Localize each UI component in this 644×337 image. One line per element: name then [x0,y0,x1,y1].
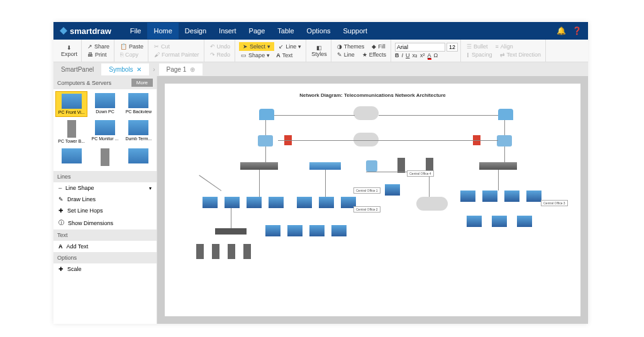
menu-page[interactable]: Page [243,23,272,39]
text-direction-button[interactable]: ⇄ Text Direction [498,51,543,58]
node-pc[interactable] [203,197,218,208]
node-comm-hub-right[interactable] [498,109,513,120]
line-tool[interactable]: ↙ Line ▾ [277,42,303,51]
node-switch-mid[interactable] [309,162,341,170]
node-pc[interactable] [460,191,475,202]
node-server[interactable] [228,244,235,259]
themes-button[interactable]: ◑ Themes [335,43,367,50]
node-pc[interactable] [297,197,312,208]
tab-symbols[interactable]: Symbols ✕ [101,64,149,75]
menu-file[interactable]: File [124,23,148,39]
node-pc[interactable] [492,216,507,227]
line-shape-item[interactable]: ⏤ Line Shape▾ [53,182,157,194]
node-pc[interactable] [517,216,532,227]
line-hops-item[interactable]: ✚ Set Line Hops [53,205,157,216]
symbol-pc-front[interactable]: PC Front Vi... [55,91,87,117]
underline-button[interactable]: U [406,52,410,58]
node-pc[interactable] [287,225,303,236]
help-icon[interactable]: ❓ [572,26,582,35]
symbol-pc-monitor[interactable]: PC Monitor ... [89,118,121,145]
format-painter-button[interactable]: 🖌 Format Painter [152,51,201,58]
cut-button[interactable]: ✂ Cut [152,43,201,50]
canvas-area: Network Diagram: Telecommunications Netw… [157,76,588,324]
more-button[interactable]: More [131,79,153,87]
node-cloud-pstn[interactable] [416,197,448,211]
symbol-item[interactable] [123,146,155,169]
canvas[interactable]: Network Diagram: Telecommunications Netw… [165,84,580,316]
menu-design[interactable]: Design [179,23,213,39]
select-tool[interactable]: ➤ Select ▾ [239,42,274,51]
symbols-category-header: Computers & Servers More [53,76,157,89]
node-switch-bottom[interactable] [215,228,247,235]
menu-insert[interactable]: Insert [213,23,243,39]
symbol-pc-tower[interactable]: PC Tower B... [55,118,87,145]
node-router-left[interactable] [258,135,273,146]
node-server[interactable] [243,244,251,259]
node-pc[interactable] [247,197,262,208]
node-comm-hub-left[interactable] [259,109,274,120]
node-pc[interactable] [265,225,280,236]
node-cloud-internet[interactable] [353,133,379,146]
print-button[interactable]: 🖶 Print [86,51,111,58]
notification-icon[interactable]: 🔔 [557,26,566,35]
tab-page1[interactable]: Page 1 ⊕ [159,64,203,75]
symbol-dumb-term[interactable]: Dumb Term... [123,118,155,145]
text-tool[interactable]: A Text [274,52,294,59]
effects-button[interactable]: ★ Effects [360,51,388,58]
menu-options[interactable]: Options [301,23,337,39]
menu-support[interactable]: Support [337,23,374,39]
menu-table[interactable]: Table [271,23,300,39]
titlebar: smartdraw File Home Design Insert Page T… [53,22,588,40]
node-router-mid[interactable] [366,160,377,172]
redo-button[interactable]: ↷ Redo [208,51,233,58]
spacing-button[interactable]: ⫿ Spacing [465,51,494,58]
export-button[interactable]: ⬇ Export [57,40,82,62]
symbol-down-pc[interactable]: Down PC [89,91,121,117]
bold-button[interactable]: B [395,52,399,58]
paste-button[interactable]: 📋 Paste [118,43,145,50]
node-pc[interactable] [482,191,497,202]
fill-button[interactable]: ◆ Fill [370,43,387,50]
highlight-button[interactable]: Ω [434,52,438,58]
italic-button[interactable]: I [402,52,404,58]
symbol-pc-backview[interactable]: PC Backview [123,91,155,117]
shape-tool[interactable]: ▭ Shape ▾ [239,52,272,59]
node-switch-left[interactable] [240,162,278,170]
styles-button[interactable]: ◧ Styles [308,40,331,62]
node-pc[interactable] [269,197,284,208]
font-size-input[interactable] [447,43,458,52]
symbol-item[interactable] [55,146,87,169]
node-pc[interactable] [225,197,240,208]
node-switch-right[interactable] [479,162,517,170]
symbol-item[interactable] [89,146,121,169]
node-router-right[interactable] [497,135,512,146]
line-style-button[interactable]: ✎ Line [335,51,357,58]
share-button[interactable]: ↗ Share [86,43,111,50]
draw-lines-item[interactable]: ✎ Draw Lines [53,194,157,205]
node-pc[interactable] [331,225,347,236]
menu-home[interactable]: Home [147,23,178,39]
undo-button[interactable]: ↶ Undo [208,43,233,50]
font-family-input[interactable] [395,43,445,52]
align-button[interactable]: ≡ Align [494,43,515,50]
node-server[interactable] [196,244,204,259]
subscript-button[interactable]: x₂ [413,52,418,58]
node-server[interactable] [212,244,219,259]
copy-button[interactable]: ⎘ Copy [118,51,145,58]
network-diagram: Central Office 1 Central Office 2 Centra… [177,102,568,310]
superscript-button[interactable]: x² [420,52,425,58]
node-pc[interactable] [319,197,334,208]
add-text-item[interactable]: A Add Text [53,241,157,252]
tab-smartpanel[interactable]: SmartPanel [53,64,101,75]
show-dimensions-item[interactable]: ⓘ Show Dimensions [53,216,157,229]
font-color-button[interactable]: A [428,52,431,58]
node-pc[interactable] [504,191,519,202]
bullet-button[interactable]: ☰ Bullet [465,43,490,50]
node-cloud-satellite[interactable] [353,106,379,120]
node-pc[interactable] [526,191,541,202]
node-server-1[interactable] [397,158,405,173]
node-pc[interactable] [309,225,325,236]
scale-item[interactable]: ✚ Scale [53,263,157,275]
node-pc[interactable] [467,216,482,227]
node-pc[interactable] [385,184,400,196]
